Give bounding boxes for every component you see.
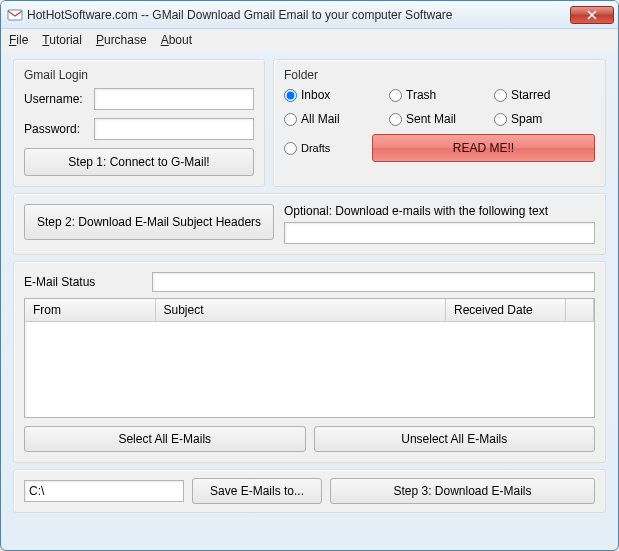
connect-button[interactable]: Step 1: Connect to G-Mail! xyxy=(24,148,254,176)
th-spacer xyxy=(566,299,594,321)
unselect-all-button[interactable]: Unselect All E-Mails xyxy=(314,426,596,452)
login-panel: Gmail Login Username: Password: Step 1: … xyxy=(13,59,265,187)
status-label: E-Mail Status xyxy=(24,275,144,289)
svg-rect-0 xyxy=(8,10,22,20)
menu-tutorial[interactable]: Tutorial xyxy=(42,33,82,47)
status-panel: E-Mail Status From Subject R xyxy=(13,261,606,463)
save-path-input[interactable] xyxy=(24,480,184,502)
email-table[interactable]: From Subject Received Date xyxy=(24,298,595,418)
status-field[interactable] xyxy=(152,272,595,292)
menu-about[interactable]: About xyxy=(161,33,192,47)
optional-input[interactable] xyxy=(284,222,595,244)
close-button[interactable] xyxy=(570,6,614,24)
menu-purchase[interactable]: Purchase xyxy=(96,33,147,47)
radio-inbox[interactable]: Inbox xyxy=(284,88,385,102)
radio-allmail[interactable]: All Mail xyxy=(284,112,385,126)
step2-panel: Step 2: Download E-Mail Subject Headers … xyxy=(13,193,606,255)
save-panel: Save E-Mails to... Step 3: Download E-Ma… xyxy=(13,469,606,513)
folder-panel: Folder Inbox Trash Starred All Mail Sent… xyxy=(273,59,606,187)
username-label: Username: xyxy=(24,92,94,106)
username-input[interactable] xyxy=(94,88,254,110)
menubar: File Tutorial Purchase About xyxy=(1,29,618,51)
app-icon xyxy=(7,7,23,23)
main-window: HotHotSoftware.com -- GMail Download Gma… xyxy=(0,0,619,551)
radio-trash[interactable]: Trash xyxy=(389,88,490,102)
select-all-button[interactable]: Select All E-Mails xyxy=(24,426,306,452)
step3-button[interactable]: Step 3: Download E-Mails xyxy=(330,478,595,504)
radio-sentmail[interactable]: Sent Mail xyxy=(389,112,490,126)
window-title: HotHotSoftware.com -- GMail Download Gma… xyxy=(27,8,570,22)
th-from[interactable]: From xyxy=(25,299,155,321)
password-input[interactable] xyxy=(94,118,254,140)
radio-spam[interactable]: Spam xyxy=(494,112,595,126)
optional-label: Optional: Download e-mails with the foll… xyxy=(284,204,595,218)
radio-drafts[interactable]: Drafts xyxy=(284,142,364,155)
titlebar: HotHotSoftware.com -- GMail Download Gma… xyxy=(1,1,618,29)
client-area: Gmail Login Username: Password: Step 1: … xyxy=(1,51,618,523)
th-received[interactable]: Received Date xyxy=(446,299,566,321)
step2-button[interactable]: Step 2: Download E-Mail Subject Headers xyxy=(24,204,274,240)
menu-file[interactable]: File xyxy=(9,33,28,47)
save-to-button[interactable]: Save E-Mails to... xyxy=(192,478,322,504)
radio-starred[interactable]: Starred xyxy=(494,88,595,102)
th-subject[interactable]: Subject xyxy=(155,299,446,321)
readme-button[interactable]: READ ME!! xyxy=(372,134,595,162)
password-label: Password: xyxy=(24,122,94,136)
login-legend: Gmail Login xyxy=(24,68,254,82)
folder-legend: Folder xyxy=(284,68,595,82)
